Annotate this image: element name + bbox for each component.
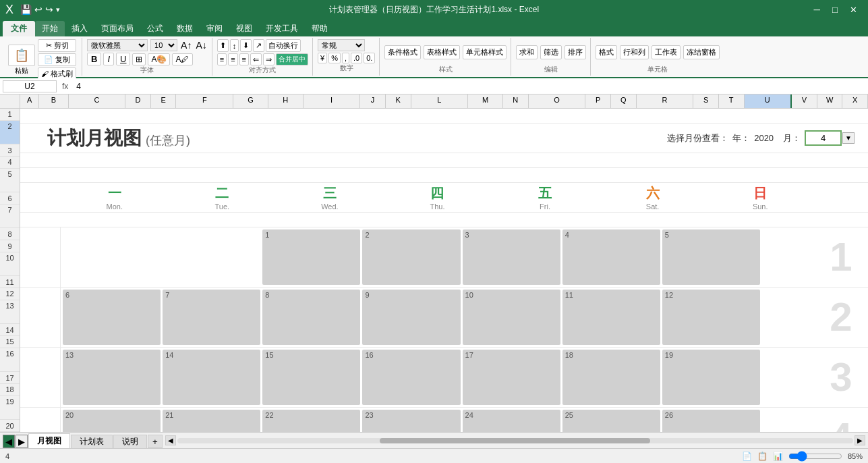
row-num-4[interactable]: 4 [0,157,20,169]
row-num-17[interactable]: 17 [0,372,20,384]
col-header-u[interactable]: U [745,94,792,108]
col-header-j[interactable]: J [360,94,386,108]
scroll-right-button[interactable]: ▶ [855,435,865,445]
week2-cell-thu[interactable]: 9 [362,290,460,345]
align-center-button[interactable]: ≡ [228,53,237,65]
fill-color-button[interactable]: A🎨 [148,53,170,65]
col-header-e[interactable]: E [151,94,177,108]
insert-del-button[interactable]: 行和列 [620,45,649,59]
sheet-tab-plan[interactable]: 计划表 [71,435,113,448]
align-top-button[interactable]: ⬆ [217,39,229,52]
format-button[interactable]: 格式 [596,45,617,59]
week1-cell-mon[interactable] [63,229,161,285]
col-header-n[interactable]: N [503,94,529,108]
file-tab[interactable]: 文件 [3,21,35,36]
week1-cell-fri[interactable]: 3 [463,229,560,285]
week4-cell-tue[interactable]: 21 [163,410,260,432]
week1-cell-sat[interactable]: 4 [562,229,660,285]
row-num-5[interactable]: 5 [0,169,20,193]
currency-button[interactable]: ¥ [318,53,327,63]
tab-data[interactable]: 数据 [170,21,200,36]
row-num-6[interactable]: 6 [0,192,20,205]
scrollbar-thumb[interactable] [380,438,650,443]
align-left-button[interactable]: ≡ [217,53,227,65]
col-header-g[interactable]: G [233,94,268,108]
increase-decimal-button[interactable]: .0 [351,53,362,63]
font-name-select[interactable]: 微软雅黑 [87,39,148,51]
week1-cell-thu[interactable]: 2 [362,229,460,285]
row-num-20[interactable]: 20 [0,420,20,432]
align-right-button[interactable]: ≡ [239,53,249,65]
copy-button[interactable]: 📄 复制 [38,53,76,66]
tab-formulas[interactable]: 公式 [140,21,170,36]
conditional-format-button[interactable]: 条件格式 [384,45,421,59]
bold-button[interactable]: B [87,53,101,65]
col-header-p[interactable]: P [585,94,611,108]
row-num-19[interactable]: 19 [0,396,20,420]
week2-cell-mon[interactable]: 6 [63,290,161,345]
thousand-separator-button[interactable]: , [342,53,349,63]
underline-button[interactable]: U [116,53,130,65]
week2-cell-sat[interactable]: 11 [562,290,660,345]
col-header-d[interactable]: D [125,94,151,108]
font-size-decrease-button[interactable]: A↓ [195,39,207,51]
week2-cell-wed[interactable]: 8 [262,290,360,345]
font-size-increase-button[interactable]: A↑ [180,39,192,51]
row-num-12[interactable]: 12 [0,288,20,300]
undo-button[interactable]: ↩ [34,4,42,15]
col-header-r[interactable]: R [637,94,694,108]
align-middle-button[interactable]: ↕ [230,39,239,52]
cut-button[interactable]: ✂ 剪切 [38,39,76,52]
save-button[interactable]: 💾 [20,4,32,15]
border-button[interactable]: ⊞ [132,53,146,65]
merge-center-button[interactable]: 合并居中 [276,53,308,65]
redo-button[interactable]: ↪ [45,4,53,15]
sheet-tab-monthly[interactable]: 月视图 [28,433,70,448]
tab-page-layout[interactable]: 页面布局 [94,21,140,36]
page-break-view-button[interactable]: 📊 [773,452,783,461]
work-table-button[interactable]: 工作表 [652,45,681,59]
zoom-slider[interactable] [788,451,842,462]
add-sheet-button[interactable]: + [148,435,163,448]
paste-button[interactable]: 📋 [8,45,35,66]
row-num-7[interactable]: 7 [0,205,20,229]
col-header-o[interactable]: O [529,94,586,108]
maximize-button[interactable]: □ [827,3,843,16]
row-num-15[interactable]: 15 [0,336,20,348]
tab-view[interactable]: 视图 [229,21,259,36]
week1-cell-tue[interactable] [163,229,260,285]
percent-button[interactable]: % [328,53,341,63]
week3-cell-thu[interactable]: 16 [362,350,460,405]
row-num-18[interactable]: 18 [0,384,20,396]
col-header-v[interactable]: V [792,94,817,108]
row-num-16[interactable]: 16 [0,348,20,373]
col-header-f[interactable]: F [176,94,233,108]
week3-cell-mon[interactable]: 13 [63,350,161,405]
table-style-button[interactable]: 表格样式 [424,45,460,59]
normal-view-button[interactable]: 📄 [742,452,752,461]
number-format-select[interactable]: 常规 [318,39,365,51]
font-color-button[interactable]: A🖊 [172,53,192,65]
row-num-13[interactable]: 13 [0,300,20,325]
col-header-k[interactable]: K [386,94,411,108]
col-header-b[interactable]: B [39,94,68,108]
week2-cell-tue[interactable]: 7 [163,290,260,345]
tab-help[interactable]: 帮助 [305,21,335,36]
col-header-l[interactable]: L [411,94,469,108]
col-header-x[interactable]: X [842,94,868,108]
font-size-select[interactable]: 10 [150,39,177,51]
decrease-decimal-button[interactable]: 0. [364,53,375,63]
page-layout-view-button[interactable]: 📋 [757,452,768,461]
tab-developer[interactable]: 开发工具 [259,21,305,36]
increase-indent-button[interactable]: ⇒ [263,53,274,65]
row-num-14[interactable]: 14 [0,324,20,336]
scroll-left-button[interactable]: ◀ [165,435,176,445]
sheet-tab-instructions[interactable]: 说明 [113,435,147,448]
formula-input[interactable] [74,81,865,92]
month-input[interactable] [805,130,842,146]
row-num-2[interactable]: 2 [0,121,20,145]
italic-button[interactable]: I [103,53,114,65]
week4-cell-sat[interactable]: 25 [562,410,660,432]
week1-cell-sun[interactable]: 5 [662,229,760,285]
row-num-11[interactable]: 11 [0,276,20,288]
